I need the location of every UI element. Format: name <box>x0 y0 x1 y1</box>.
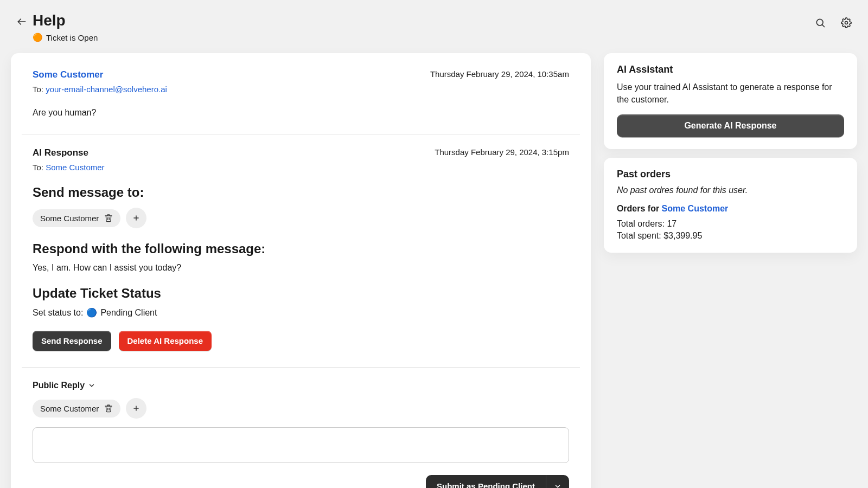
sidebar: AI Assistant Use your trained AI Assista… <box>604 53 857 488</box>
sender-link[interactable]: Some Customer <box>33 69 103 80</box>
reply-type-select[interactable]: Public Reply <box>27 381 569 390</box>
ai-to-label: To: <box>33 163 43 172</box>
ai-response-timestamp: Thursday February 29, 2024, 3:15pm <box>435 147 569 157</box>
chevron-down-icon <box>88 382 95 389</box>
update-status-heading: Update Ticket Status <box>33 286 569 301</box>
no-orders-note: No past ordres found for this user. <box>617 185 844 195</box>
content-row: Some Customer Thursday February 29, 2024… <box>0 48 868 488</box>
back-arrow-icon[interactable] <box>16 16 27 27</box>
main-panel: Some Customer Thursday February 29, 2024… <box>11 53 591 488</box>
reply-recipient-chip: Some Customer <box>33 400 120 418</box>
status-dot-icon: 🟠 <box>33 33 43 42</box>
to-email-link[interactable]: your-email-channel@solvehero.ai <box>46 85 167 94</box>
ai-to-line: To: Some Customer <box>33 163 569 172</box>
past-orders-title: Past orders <box>617 169 844 180</box>
reply-textarea[interactable] <box>33 427 569 463</box>
ai-response-header: AI Response Thursday February 29, 2024, … <box>33 147 569 158</box>
delete-ai-response-button[interactable]: Delete AI Response <box>119 331 212 351</box>
page-title: Help <box>33 12 98 29</box>
submit-button[interactable]: Submit as Pending Client <box>426 475 546 488</box>
total-orders-line: Total orders: 17 <box>617 219 844 229</box>
gear-icon[interactable] <box>841 17 852 28</box>
generate-ai-response-button[interactable]: Generate AI Response <box>617 114 844 137</box>
past-orders-card: Past orders No past ordres found for thi… <box>604 158 857 253</box>
total-spent-value: $3,399.95 <box>663 231 702 240</box>
header-right <box>815 17 852 28</box>
status-text: Ticket is Open <box>46 33 98 42</box>
header-left: Help 🟠 Ticket is Open <box>16 12 98 42</box>
to-line: To: your-email-channel@solvehero.ai <box>33 85 569 94</box>
orders-customer-link[interactable]: Some Customer <box>662 204 729 213</box>
set-status-line: Set status to: 🔵 Pending Client <box>33 307 569 318</box>
orders-for-label: Orders for <box>617 204 659 213</box>
send-response-button[interactable]: Send Response <box>33 331 111 351</box>
search-icon[interactable] <box>815 17 826 28</box>
add-recipient-button[interactable] <box>126 208 146 228</box>
status-circle-icon: 🔵 <box>86 307 97 318</box>
reply-type-label: Public Reply <box>33 381 85 390</box>
reply-add-recipient-button[interactable] <box>126 398 146 419</box>
ticket-status: 🟠 Ticket is Open <box>33 33 98 42</box>
trash-icon[interactable] <box>104 214 113 222</box>
reply-chip-row: Some Customer <box>33 398 569 419</box>
svg-point-3 <box>845 22 848 24</box>
svg-point-1 <box>816 19 823 25</box>
page-header: Help 🟠 Ticket is Open <box>0 0 868 48</box>
ai-assistant-card: AI Assistant Use your trained AI Assista… <box>604 53 857 149</box>
recipient-chip-label: Some Customer <box>40 214 99 223</box>
ai-to-link[interactable]: Some Customer <box>46 163 104 172</box>
ai-assistant-title: AI Assistant <box>617 64 844 75</box>
message-body: Are you human? <box>33 108 569 118</box>
orders-for-line: Orders for Some Customer <box>617 204 844 214</box>
total-spent-label: Total spent: <box>617 231 661 240</box>
recipient-chip: Some Customer <box>33 209 120 227</box>
customer-message: Some Customer Thursday February 29, 2024… <box>33 69 569 129</box>
submit-dropdown-button[interactable] <box>546 475 569 488</box>
ai-action-row: Send Response Delete AI Response <box>33 331 569 351</box>
message-header: Some Customer Thursday February 29, 2024… <box>33 69 569 80</box>
to-label: To: <box>33 85 43 94</box>
total-orders-value: 17 <box>667 219 676 228</box>
message-timestamp: Thursday February 29, 2024, 10:35am <box>430 69 569 79</box>
ai-assistant-desc: Use your trained AI Assistant to generat… <box>617 81 844 106</box>
reply-recipient-label: Some Customer <box>40 404 99 413</box>
trash-icon[interactable] <box>104 404 113 413</box>
title-block: Help 🟠 Ticket is Open <box>33 12 98 42</box>
response-body: Yes, I am. How can I assist you today? <box>33 263 569 273</box>
submit-button-group: Submit as Pending Client <box>426 475 569 488</box>
total-spent-line: Total spent: $3,399.95 <box>617 231 844 241</box>
svg-line-2 <box>822 25 825 27</box>
reply-section: Public Reply Some Customer <box>27 381 575 488</box>
send-to-chip-row: Some Customer <box>33 208 569 228</box>
submit-row: Submit as Pending Client <box>33 475 569 488</box>
total-orders-label: Total orders: <box>617 219 665 228</box>
respond-heading: Respond with the following message: <box>33 241 569 256</box>
set-status-value: Pending Client <box>100 308 157 318</box>
send-to-heading: Send message to: <box>33 185 569 200</box>
divider <box>22 367 580 368</box>
set-status-prefix: Set status to: <box>33 308 83 318</box>
ai-response-block: AI Response Thursday February 29, 2024, … <box>33 147 569 362</box>
ai-response-title: AI Response <box>33 147 88 158</box>
divider <box>22 134 580 134</box>
